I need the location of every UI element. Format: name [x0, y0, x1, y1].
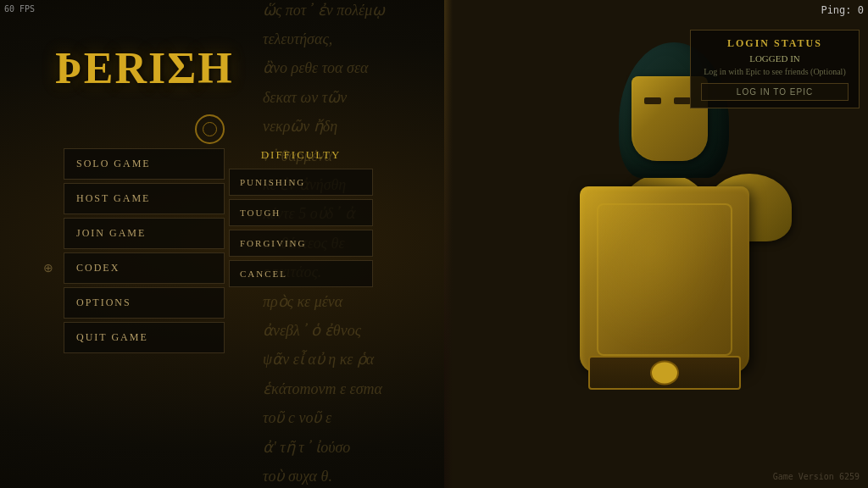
login-status-description: Log in with Epic to see friends (Optiona…	[701, 67, 849, 76]
main-menu: SOLO GAME HOST GAME JOIN GAME ⊕ CODEX OP…	[64, 148, 225, 357]
solo-game-button[interactable]: SOLO GAME	[64, 148, 225, 180]
forgiving-button[interactable]: FORGIVING	[229, 230, 373, 257]
options-button[interactable]: OPTIONS	[64, 287, 225, 319]
codex-icon: ⊕	[40, 260, 57, 277]
host-game-button[interactable]: HOST GAME	[64, 183, 225, 214]
punishing-button[interactable]: PUNISHING	[229, 169, 373, 196]
login-status-panel: LOGIN STATUS LOGGED IN Log in with Epic …	[690, 30, 860, 108]
codex-button[interactable]: CODEX	[64, 252, 225, 284]
knight-belt	[588, 356, 741, 390]
login-status-title: LOGIN STATUS	[701, 37, 849, 50]
difficulty-title: DIFFICULTY	[229, 148, 373, 162]
ping-display: Ping: 0	[821, 4, 864, 16]
login-epic-button[interactable]: LOG IN TO EPIC	[701, 83, 849, 101]
logo-emblem	[195, 114, 225, 144]
knight-chest	[580, 186, 749, 373]
game-version: Game Version 6259	[773, 472, 860, 481]
join-game-button[interactable]: JOIN GAME	[64, 218, 225, 249]
tough-button[interactable]: TOUGH	[229, 199, 373, 226]
cancel-button[interactable]: CANCEL	[229, 260, 373, 287]
fps-counter: 60 FPS	[4, 4, 35, 14]
difficulty-menu: DIFFICULTY PUNISHING TOUGH FORGIVING CAN…	[229, 148, 373, 291]
login-status-value: LOGGED IN	[701, 53, 849, 64]
quit-game-button[interactable]: QUIT GAME	[64, 322, 225, 353]
game-logo: ÞΕRIΣΗ	[55, 47, 234, 91]
